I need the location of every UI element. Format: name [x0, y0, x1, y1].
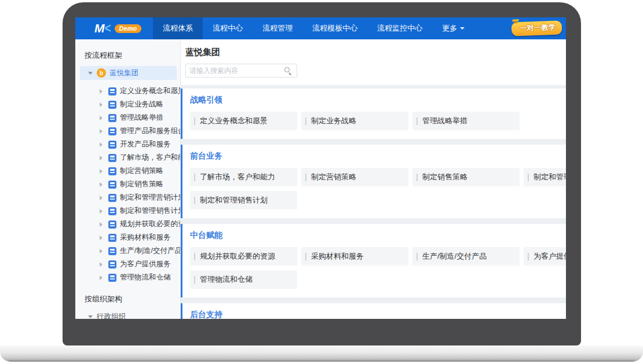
- card-label: 定义业务概念和愿景: [200, 116, 268, 126]
- tree-root-org[interactable]: 行政组织: [80, 310, 177, 319]
- main-content: 蓝悦集团 战略引领: [181, 39, 566, 319]
- tree-item-label: 生产/制造/交付产品: [120, 246, 181, 256]
- process-folder-icon: [108, 220, 116, 229]
- tree-item[interactable]: 管理战略举措: [75, 111, 180, 124]
- tree-item[interactable]: 制定营销策略: [75, 164, 180, 178]
- search-icon[interactable]: [284, 67, 292, 75]
- search-box[interactable]: [185, 64, 297, 78]
- process-folder-icon: [108, 127, 116, 135]
- section-title: 中台赋能: [190, 230, 566, 241]
- tree-item[interactable]: 制定和管理营销计划: [75, 191, 180, 204]
- section-title: 战略引领: [190, 95, 566, 105]
- caret-down-icon[interactable]: [88, 72, 93, 77]
- process-folder-icon: [108, 260, 116, 269]
- card-tick: [194, 174, 195, 181]
- sidebar-header-process-framework: 按流程框架: [85, 51, 180, 60]
- process-folder-icon: [108, 87, 116, 95]
- process-card[interactable]: 制定营销策略: [301, 168, 408, 186]
- promo-badge[interactable]: 一对一教学: [511, 20, 561, 36]
- graduation-cap-icon: [512, 19, 518, 23]
- section-title: 后台支持: [190, 310, 566, 319]
- caret-right-icon[interactable]: [100, 262, 105, 267]
- card-list: 定义业务概念和愿景 制定业务战略: [190, 112, 566, 130]
- process-card[interactable]: 制定和管理营销计划: [524, 168, 566, 186]
- page-title: 蓝悦集团: [185, 47, 566, 58]
- nav-item[interactable]: 流程体系: [153, 17, 203, 39]
- sidebar-header-org-structure: 按组织架构: [85, 295, 180, 304]
- caret-right-icon[interactable]: [100, 249, 105, 253]
- nav-item[interactable]: 流程监控中心: [367, 17, 432, 39]
- tree-item-label: 管理产品和服务组合: [120, 126, 181, 136]
- search-input[interactable]: [186, 67, 284, 75]
- top-navbar: M < Demo 流程体系 流程中心: [75, 17, 566, 39]
- section-title: 前台业务: [190, 151, 566, 161]
- caret-right-icon[interactable]: [100, 116, 105, 120]
- caret-right-icon[interactable]: [100, 196, 105, 200]
- caret-right-icon[interactable]: [100, 236, 105, 240]
- caret-right-icon[interactable]: [100, 156, 105, 160]
- card-label: 制定和管理销售计划: [200, 195, 268, 205]
- tree-item-label: 制定和管理营销计划: [120, 193, 181, 203]
- card-tick: [194, 253, 195, 260]
- tree-item[interactable]: 制定和管理销售计划: [75, 204, 180, 218]
- caret-down-icon[interactable]: [88, 315, 93, 319]
- nav-menu: 流程体系 流程中心 流程管理: [153, 17, 474, 39]
- process-card[interactable]: 生产/制造/交付产品: [412, 247, 520, 266]
- card-label: 制定和管理营销计划: [534, 172, 566, 182]
- caret-right-icon[interactable]: [100, 182, 105, 187]
- nav-item[interactable]: 流程模板中心: [302, 17, 367, 39]
- caret-right-icon[interactable]: [100, 142, 105, 147]
- logo-letter-m: M: [94, 21, 104, 35]
- nav-item[interactable]: 流程中心: [203, 17, 253, 39]
- process-folder-icon: [108, 141, 116, 149]
- process-tree: 定义业务概念和愿景 制定业务战略: [75, 84, 180, 284]
- caret-right-icon[interactable]: [100, 222, 105, 227]
- chevron-down-icon: [460, 27, 465, 32]
- card-list: 规划并获取必要的资源 采购材料和服务: [190, 247, 566, 289]
- tree-item[interactable]: 为客户提供服务: [75, 258, 180, 271]
- process-card[interactable]: 管理战略举措: [412, 112, 520, 130]
- caret-right-icon[interactable]: [100, 169, 105, 174]
- process-card[interactable]: 制定和管理销售计划: [190, 191, 297, 209]
- tree-item[interactable]: 生产/制造/交付产品: [75, 244, 180, 258]
- caret-right-icon[interactable]: [100, 102, 105, 107]
- tree-item[interactable]: 定义业务概念和愿景: [75, 84, 180, 98]
- process-card[interactable]: 制定业务战略: [301, 112, 408, 130]
- process-card[interactable]: 管理物流和仓储: [190, 270, 297, 289]
- tree-item-label: 制定销售策略: [120, 179, 163, 189]
- tree-item[interactable]: 制定销售策略: [75, 178, 180, 191]
- nav-item[interactable]: 更多: [432, 17, 474, 39]
- app-logo[interactable]: M < Demo: [94, 21, 141, 35]
- tree-item-label: 开发产品和服务: [120, 139, 171, 149]
- tree-item[interactable]: 了解市场，客户和能力: [75, 151, 180, 164]
- process-card[interactable]: 了解市场，客户和能力: [190, 168, 297, 186]
- tree-item[interactable]: 制定业务战略: [75, 98, 180, 111]
- card-tick: [305, 253, 306, 260]
- sidebar: 按流程框架 b 蓝悦集团 定义业务概念和愿景: [75, 39, 181, 319]
- tree-item[interactable]: 管理物流和仓储: [75, 271, 180, 284]
- caret-right-icon[interactable]: [100, 129, 105, 134]
- process-card[interactable]: 制定销售策略: [412, 168, 520, 186]
- tree-item[interactable]: 规划并获取必要的资源: [75, 218, 180, 231]
- process-card[interactable]: 采购材料和服务: [301, 247, 408, 266]
- tree-item[interactable]: 采购材料和服务: [75, 231, 180, 244]
- tree-item[interactable]: 开发产品和服务: [75, 138, 180, 151]
- process-card[interactable]: 为客户提供服务: [524, 247, 566, 266]
- nav-item-label: 流程体系: [163, 23, 193, 34]
- company-icon: b: [97, 68, 106, 78]
- process-card[interactable]: 规划并获取必要的资源: [190, 247, 297, 266]
- tree-item-label: 制定营销策略: [120, 166, 163, 176]
- process-card[interactable]: 定义业务概念和愿景: [190, 112, 297, 130]
- tree-root-company[interactable]: b 蓝悦集团: [80, 66, 177, 80]
- nav-item[interactable]: 流程管理: [253, 17, 302, 39]
- caret-right-icon[interactable]: [100, 275, 105, 280]
- nav-item-label: 流程管理: [262, 23, 293, 34]
- laptop-base: [0, 345, 643, 362]
- tree-item[interactable]: 管理产品和服务组合: [75, 124, 180, 138]
- process-folder-icon: [108, 234, 116, 242]
- caret-right-icon[interactable]: [100, 89, 105, 94]
- caret-right-icon[interactable]: [100, 209, 105, 214]
- tree-item-label: 制定业务战略: [120, 100, 163, 109]
- tree-root-label: 蓝悦集团: [109, 68, 138, 78]
- app-body: 按流程框架 b 蓝悦集团 定义业务概念和愿景: [75, 39, 566, 319]
